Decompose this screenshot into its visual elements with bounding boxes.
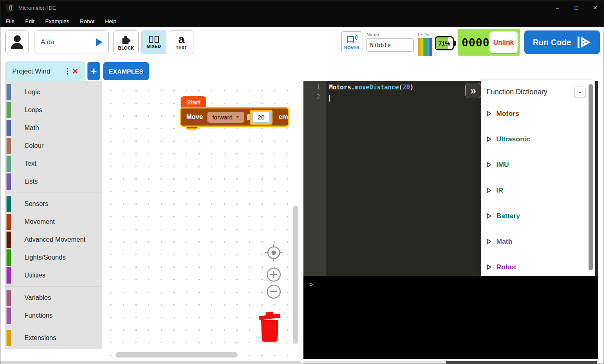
dictionary-item-ir[interactable]: IR <box>481 178 595 203</box>
code-text <box>326 92 330 102</box>
mode-mixed-label: MIXED <box>147 44 161 49</box>
micromelon-ide-window: Micromelon IDE – □ ✕ File Edit Examples … <box>0 0 604 364</box>
leds-label: LEDs <box>418 32 432 37</box>
run-code-button[interactable]: Run Code <box>524 30 600 54</box>
start-block[interactable]: Start <box>181 96 206 108</box>
toolbox-item-utilities[interactable]: Utilities <box>5 266 102 284</box>
toolbox-item-lights-sounds[interactable]: Lights/Sounds <box>5 249 102 266</box>
minimize-icon[interactable]: – <box>548 0 567 15</box>
editor-expand-button[interactable]: » <box>465 83 481 98</box>
unit-label: cm <box>279 113 288 121</box>
menu-bar: File Edit Examples Robot Help <box>0 15 604 27</box>
robot-name-input[interactable]: Nibble <box>366 38 414 52</box>
toolbox-item-extensions[interactable]: Extensions <box>5 329 102 347</box>
chevron-down-icon <box>236 116 239 118</box>
maximize-icon[interactable]: □ <box>567 0 586 15</box>
dictionary-item-math[interactable]: Math <box>481 229 595 254</box>
tab-project-label: Project Wind <box>12 67 64 75</box>
canvas-vertical-scrollbar[interactable] <box>293 206 298 344</box>
bottom-scrollbar-thumb[interactable] <box>446 361 597 364</box>
toolbox-divider <box>5 327 102 327</box>
category-color-chip <box>7 138 11 154</box>
split-view-icon <box>149 36 159 43</box>
expand-triangle-icon <box>486 238 492 245</box>
led-strip[interactable] <box>418 38 432 56</box>
toolbox-item-loops[interactable]: Loops <box>5 101 102 119</box>
account-button[interactable] <box>5 30 29 54</box>
toolbox-item-sensors[interactable]: Sensors <box>5 195 102 213</box>
category-color-chip <box>7 232 11 248</box>
direction-value: forward <box>212 114 233 121</box>
dictionary-title: Function Dictionary <box>486 88 547 96</box>
category-color-chip <box>7 156 11 172</box>
mode-block-button[interactable]: BLOCK <box>113 30 139 54</box>
menu-help[interactable]: Help <box>100 15 122 27</box>
menu-robot[interactable]: Robot <box>74 15 100 27</box>
tab-project[interactable]: Project Wind ⋮ ✕ <box>5 61 85 81</box>
text-cursor <box>329 95 330 102</box>
move-block-label: Move <box>186 113 203 121</box>
project-expand-icon[interactable] <box>96 38 102 46</box>
trash-icon[interactable] <box>257 310 283 343</box>
category-color-chip <box>7 173 11 190</box>
run-code-label: Run Code <box>533 38 571 47</box>
unlink-button[interactable]: Unlink <box>489 31 518 53</box>
rover-label: ROVER <box>344 45 359 50</box>
toolbox-item-functions[interactable]: Functions <box>5 307 102 325</box>
expand-triangle-icon <box>486 264 492 270</box>
mode-mixed-button[interactable]: MIXED <box>141 30 166 54</box>
toolbox-item-math[interactable]: Math <box>5 119 102 137</box>
menu-edit[interactable]: Edit <box>20 15 40 27</box>
toolbox-item-logic[interactable]: Logic <box>5 83 102 101</box>
zoom-out-icon <box>267 285 280 298</box>
direction-dropdown[interactable]: forward <box>207 112 244 123</box>
expand-triangle-icon <box>486 162 492 168</box>
robot-name-group: Name Nibble <box>366 32 414 52</box>
console-panel[interactable]: > <box>303 276 598 359</box>
move-block[interactable]: Move forward 20 cm <box>180 107 289 127</box>
expand-triangle-icon <box>486 136 492 142</box>
led-color-2 <box>421 38 423 56</box>
add-tab-button[interactable]: + <box>87 62 100 80</box>
toolbox-item-advanced-movement[interactable]: Advanced Movement <box>5 231 102 249</box>
distance-value[interactable]: 20 <box>253 112 269 122</box>
expand-triangle-icon <box>486 110 492 117</box>
category-color-chip <box>7 214 11 230</box>
tab-menu-icon[interactable]: ⋮ <box>64 69 67 74</box>
close-icon[interactable]: ✕ <box>586 0 604 15</box>
editor-gutter <box>303 81 326 276</box>
toolbox-divider <box>5 193 102 193</box>
dictionary-list: Motors Ultrasonic IMU IR Battery Math Ro… <box>481 101 595 276</box>
rover-icon <box>346 35 358 44</box>
pairing-code-display: 0000 <box>462 36 490 49</box>
tab-close-icon[interactable]: ✕ <box>72 67 78 76</box>
block-toolbox: Logic Loops Math Colour Text Lists Senso… <box>5 81 102 349</box>
canvas-horizontal-scrollbar[interactable] <box>116 352 238 358</box>
toolbox-item-variables[interactable]: Variables <box>5 289 102 307</box>
puzzle-icon <box>120 35 132 44</box>
collapse-button[interactable]: - <box>575 87 585 97</box>
dictionary-scrollbar[interactable] <box>589 84 593 270</box>
dictionary-item-imu[interactable]: IMU <box>481 152 595 178</box>
battery-indicator: 71% <box>435 36 454 50</box>
title-bar: Micromelon IDE – □ ✕ <box>0 0 604 15</box>
dictionary-item-battery[interactable]: Battery <box>481 203 595 229</box>
toolbox-item-text[interactable]: Text <box>5 155 102 173</box>
tab-examples[interactable]: EXAMPLES <box>103 62 149 80</box>
toolbox-item-colour[interactable]: Colour <box>5 137 102 155</box>
led-color-3 <box>423 38 426 56</box>
category-color-chip <box>7 102 11 118</box>
category-color-chip <box>7 267 11 284</box>
menu-examples[interactable]: Examples <box>40 15 74 27</box>
dictionary-item-robot[interactable]: Robot <box>481 254 595 276</box>
mode-text-button[interactable]: a TEXT <box>169 30 194 54</box>
menu-file[interactable]: File <box>0 15 20 27</box>
distance-input-slot[interactable]: 20 <box>250 110 273 125</box>
dictionary-item-ultrasonic[interactable]: Ultrasonic <box>481 126 595 152</box>
toolbox-item-lists[interactable]: Lists <box>5 173 102 191</box>
rover-connect-button[interactable]: ROVER <box>341 31 362 53</box>
dictionary-item-motors[interactable]: Motors <box>481 101 595 126</box>
toolbox-item-movement[interactable]: Movement <box>5 213 102 231</box>
project-name-field[interactable]: Aida <box>35 30 109 54</box>
battery-percent: 71% <box>436 37 453 49</box>
